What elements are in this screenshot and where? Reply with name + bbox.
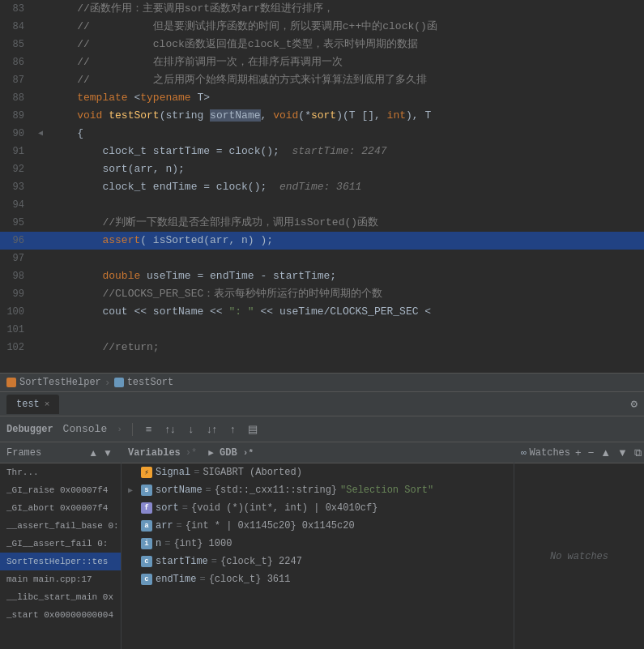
- code-line: 90◀ {: [0, 125, 644, 143]
- var-type-icon: i: [141, 538, 152, 549]
- variables-header: Variables ›* ▶ GDB ›*: [122, 442, 514, 463]
- frame-item[interactable]: __assert_fail_base 0:: [0, 517, 121, 535]
- code-line: 86 // 在排序前调用一次，在排序后再调用一次: [0, 53, 644, 71]
- var-type-icon: c: [141, 574, 152, 585]
- watch-remove-btn[interactable]: −: [586, 446, 596, 459]
- frames-down-btn[interactable]: ▼: [101, 447, 114, 459]
- variable-item[interactable]: in = {int} 1000: [122, 535, 514, 553]
- var-type-icon: a: [141, 520, 152, 532]
- watches-panel: ∞ Watches + − ▲ ▼ ⧉ ⚙ No watches: [514, 442, 644, 649]
- debugger-label[interactable]: Debugger: [6, 424, 53, 435]
- var-value: {clock_t} 3611: [209, 574, 291, 585]
- toolbar-step-out-btn[interactable]: ↑: [227, 421, 239, 437]
- tab-settings-button[interactable]: ⚙: [631, 397, 638, 411]
- watch-down-btn[interactable]: ▼: [616, 446, 629, 459]
- watch-copy-btn[interactable]: ⧉: [633, 446, 643, 459]
- code-line: 89 void testSort(string sortName, void(*…: [0, 107, 644, 125]
- frame-item[interactable]: _GI_abort 0x00007f4: [0, 499, 121, 517]
- code-line: 102 //return;: [0, 339, 644, 357]
- code-line: 96 assert( isSorted(arr, n) );: [0, 232, 644, 250]
- code-line: 92 sort(arr, n);: [0, 160, 644, 178]
- tab-test[interactable]: test ×: [6, 395, 59, 414]
- watches-header: ∞ Watches + − ▲ ▼ ⧉ ⚙: [514, 442, 644, 463]
- variable-item[interactable]: fsort = {void (*)(int*, int) | 0x4010cf}: [122, 499, 514, 517]
- code-line: 95 //判断一下数组是否全部排序成功，调用isSorted()函数: [0, 214, 644, 232]
- console-label[interactable]: Console: [60, 421, 111, 437]
- code-line: 94: [0, 196, 644, 214]
- variable-item[interactable]: cstartTime = {clock_t} 2247: [122, 553, 514, 570]
- frames-list: Thr..._GI_raise 0x00007f4_GI_abort 0x000…: [0, 463, 121, 624]
- frame-item[interactable]: main main.cpp:17: [0, 570, 121, 588]
- gdb-label[interactable]: ▶ GDB ›*: [208, 447, 254, 459]
- var-name: startTime: [156, 556, 208, 567]
- watches-title: Watches: [530, 447, 570, 459]
- watches-toolbar: + − ▲ ▼ ⧉ ⚙: [574, 446, 644, 459]
- toolbar-table-btn[interactable]: ▤: [245, 421, 261, 437]
- var-name: Signal: [156, 467, 190, 478]
- code-line: 83 //函数作用：主要调用sort函数对arr数组进行排序，: [0, 0, 644, 18]
- breadcrumb-file: SortTestHelper: [19, 377, 101, 388]
- watch-add-btn[interactable]: +: [574, 446, 583, 459]
- bottom-content: Frames ▲ ▼ Thr..._GI_raise 0x00007f4_GI_…: [0, 442, 644, 649]
- file-icon: [6, 378, 16, 387]
- breadcrumb-func: testSort: [127, 377, 174, 388]
- toolbar-menu-btn[interactable]: ≡: [143, 421, 156, 437]
- no-watches-message: No watches: [514, 463, 644, 649]
- breakpoint-arrow: ◀: [38, 125, 43, 143]
- code-line: 88 template <typename T>: [0, 89, 644, 107]
- var-name: arr: [156, 520, 173, 532]
- var-type-icon: s: [141, 485, 152, 496]
- code-editor: 83 //函数作用：主要调用sort函数对arr数组进行排序，84 // 但是要…: [0, 0, 644, 373]
- variable-item[interactable]: cendTime = {clock_t} 3611: [122, 570, 514, 588]
- code-line: 97: [0, 250, 644, 267]
- variable-item[interactable]: ▶ssortName = {std::_cxx11::string} "Sele…: [122, 481, 514, 499]
- code-line: 84 // 但是要测试排序函数的时间，所以要调用c++中的clock()函: [0, 18, 644, 36]
- code-line: 91 clock_t startTime = clock(); startTim…: [0, 143, 644, 160]
- breadcrumb: SortTestHelper › testSort: [0, 373, 644, 392]
- watches-infinity-icon: ∞: [521, 448, 527, 458]
- variable-item[interactable]: aarr = {int * | 0x1145c20} 0x1145c20: [122, 517, 514, 535]
- variable-item[interactable]: ⚡Signal = SIGABRT (Aborted): [122, 463, 514, 481]
- var-type-icon: f: [141, 502, 152, 514]
- var-value: {clock_t} 2247: [220, 556, 302, 567]
- toolbar-step-into-btn[interactable]: ↓↑: [203, 421, 220, 437]
- frames-panel: Frames ▲ ▼ Thr..._GI_raise 0x00007f4_GI_…: [0, 442, 122, 649]
- tab-bar: test × ⚙: [0, 392, 644, 416]
- var-type-icon: ⚡: [141, 467, 152, 478]
- var-name: endTime: [156, 574, 196, 585]
- frames-header: Frames ▲ ▼: [0, 442, 121, 463]
- toolbar-restart-btn[interactable]: ↑↓: [161, 421, 178, 437]
- frame-item[interactable]: _start 0x00000000004: [0, 606, 121, 624]
- frames-title: Frames: [6, 447, 41, 459]
- frame-item[interactable]: SortTestHelper::tes: [0, 553, 121, 570]
- watch-up-btn[interactable]: ▲: [599, 446, 612, 459]
- code-line: 98 double useTime = endTime - startTime;: [0, 267, 644, 285]
- var-type-icon: c: [141, 556, 152, 567]
- var-name: sort: [156, 502, 179, 514]
- variables-title: Variables: [128, 447, 181, 459]
- frame-item[interactable]: __libc_start_main 0x: [0, 588, 121, 606]
- code-line: 85 // clock函数返回值是clock_t类型，表示时钟周期的数据: [0, 36, 644, 53]
- toolbar-step-over-btn[interactable]: ↓: [185, 421, 197, 437]
- tab-close-button[interactable]: ×: [45, 399, 50, 409]
- var-value: {std::_cxx11::string}: [215, 485, 337, 496]
- variables-panel: Variables ›* ▶ GDB ›* ⚡Signal = SIGABRT …: [122, 442, 514, 649]
- frames-up-btn[interactable]: ▲: [87, 447, 100, 459]
- console-arrow: ›: [117, 425, 122, 434]
- var-value: {int} 1000: [173, 538, 232, 549]
- toolbar-separator: [132, 423, 133, 436]
- code-line: 101: [0, 321, 644, 339]
- tab-label: test: [16, 399, 40, 410]
- code-line: 100 cout << sortName << ": " << useTime/…: [0, 303, 644, 321]
- var-string-value: "Selection Sort": [340, 485, 433, 496]
- variables-list: ⚡Signal = SIGABRT (Aborted)▶ssortName = …: [122, 463, 514, 588]
- var-value: {void (*)(int*, int) | 0x4010cf}: [191, 502, 377, 514]
- frame-item[interactable]: _GI_raise 0x00007f4: [0, 481, 121, 499]
- frame-item[interactable]: _GI__assert_fail 0:: [0, 535, 121, 553]
- var-name: n: [156, 538, 161, 549]
- var-name: sortName: [156, 485, 203, 496]
- debug-toolbar: Debugger Console › ≡ ↑↓ ↓ ↓↑ ↑ ▤: [0, 416, 644, 442]
- code-line: 87 // 之后用两个始终周期相减的方式来计算算法到底用了多久排: [0, 71, 644, 89]
- var-expand-arrow: ▶: [128, 485, 138, 495]
- frame-item[interactable]: Thr...: [0, 463, 121, 481]
